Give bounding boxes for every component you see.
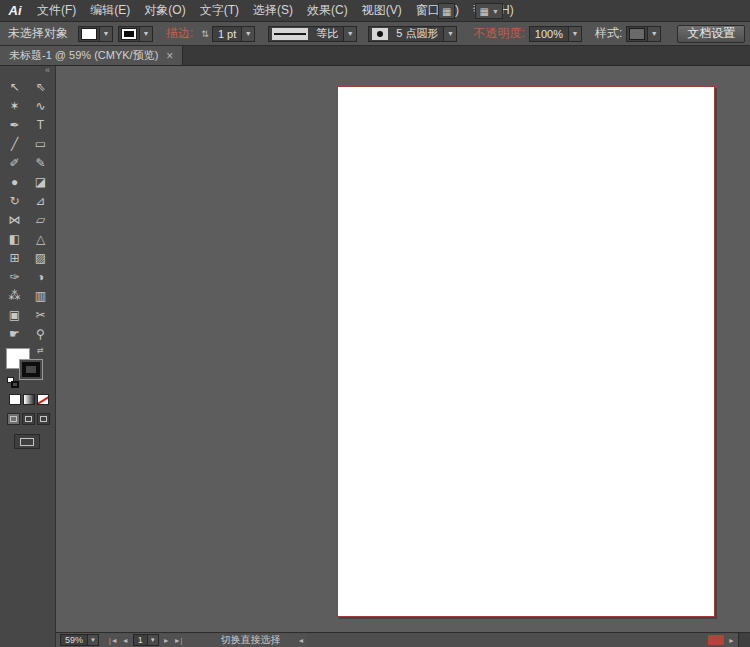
pencil-tool[interactable]: ✎ — [29, 153, 53, 172]
chevron-down-icon[interactable]: ▼ — [443, 27, 456, 41]
draw-behind-button[interactable] — [22, 413, 35, 425]
document-tab-strip: 未标题-1 @ 59% (CMYK/预览) × — [0, 46, 750, 66]
menu-item[interactable]: 编辑(E) — [83, 0, 137, 21]
default-fill-stroke-icon[interactable] — [7, 377, 20, 388]
hand-tool[interactable]: ☛ — [3, 324, 27, 343]
swap-fill-stroke-icon[interactable]: ⇄ — [37, 346, 44, 355]
tool-glyph: ✎ — [35, 156, 45, 170]
chevron-down-icon[interactable]: ▼ — [343, 27, 356, 41]
magic-wand-tool[interactable]: ✶ — [3, 96, 27, 115]
lasso-tool[interactable]: ∿ — [29, 96, 53, 115]
horizontal-scrollbar[interactable]: ◄ ► — [294, 633, 750, 647]
eyedropper-tool[interactable]: ✑ — [3, 267, 27, 286]
menu-item[interactable]: 效果(C) — [300, 0, 355, 21]
screen-mode-button[interactable] — [14, 434, 40, 449]
stroke-weight-stepper-icon[interactable]: ⇅ — [201, 29, 209, 39]
document-setup-button[interactable]: 文档设置 — [677, 25, 745, 43]
chevron-down-icon[interactable]: ▼ — [87, 635, 98, 645]
gradient-button[interactable] — [23, 394, 35, 405]
stroke-panel-link[interactable]: 描边: — [166, 25, 193, 42]
menu-item[interactable]: 视图(V) — [355, 0, 409, 21]
opacity-combo[interactable]: 100% ▼ — [529, 26, 582, 42]
none-button[interactable] — [37, 394, 49, 405]
blend-tool[interactable]: ◑ — [29, 267, 53, 286]
opacity-value: 100% — [530, 28, 568, 40]
tool-grid: ↖ ⇖ ✶ ∿ ✒ T — [0, 76, 55, 343]
zoom-tool[interactable]: ⚲ — [29, 324, 53, 343]
chevron-down-icon[interactable]: ▼ — [147, 635, 158, 645]
paintbrush-tool[interactable]: ✐ — [3, 153, 27, 172]
chevron-down-icon[interactable]: ▼ — [139, 27, 152, 41]
brush-definition-combo[interactable]: 5 点圆形 ▼ — [368, 26, 457, 42]
collapse-panel-icon[interactable]: « — [0, 66, 55, 76]
rotate-tool[interactable]: ↻ — [3, 191, 27, 210]
pen-tool[interactable]: ✒ — [3, 115, 27, 134]
last-artboard-icon[interactable]: ►| — [174, 637, 183, 644]
chevron-down-icon[interactable]: ▼ — [241, 27, 254, 41]
brush-name: 5 点圆形 — [391, 26, 443, 41]
arrange-documents-icon[interactable]: ▦ — [438, 3, 455, 19]
selection-tool[interactable]: ↖ — [3, 77, 27, 96]
tool-glyph: ⇖ — [35, 80, 45, 94]
draw-inside-button[interactable] — [37, 413, 50, 425]
zoom-combo[interactable]: 59% ▼ — [60, 634, 99, 646]
free-transform-tool[interactable]: ▱ — [29, 210, 53, 229]
tool-glyph: ╱ — [11, 137, 18, 151]
direct-selection-tool[interactable]: ⇖ — [29, 77, 53, 96]
tool-glyph: ▭ — [35, 137, 46, 151]
stroke-color-combo[interactable]: ▼ — [118, 26, 153, 42]
line-segment-tool[interactable]: ╱ — [3, 134, 27, 153]
menu-item[interactable]: 文字(T) — [193, 0, 246, 21]
tool-glyph: ▣ — [9, 308, 20, 322]
document-tab[interactable]: 未标题-1 @ 59% (CMYK/预览) × — [0, 46, 183, 65]
tool-glyph: ◧ — [9, 232, 20, 246]
menu-item[interactable]: 对象(O) — [137, 0, 192, 21]
artboard-tool[interactable]: ▣ — [3, 305, 27, 324]
tool-glyph: ∿ — [35, 99, 45, 113]
draw-inside-icon — [40, 416, 47, 422]
artboard-number-combo[interactable]: 1 ▼ — [133, 634, 159, 646]
menu-item[interactable]: 文件(F) — [30, 0, 83, 21]
draw-normal-button[interactable] — [7, 413, 20, 425]
next-artboard-icon[interactable]: ► — [163, 637, 170, 644]
graphic-style-combo[interactable]: ▼ — [626, 26, 661, 42]
width-profile-combo[interactable]: 等比 ▼ — [268, 26, 357, 42]
scroll-left-icon[interactable]: ◄ — [294, 637, 307, 644]
blob-brush-tool[interactable]: ● — [3, 172, 27, 191]
canvas-area[interactable] — [56, 66, 750, 632]
slice-tool[interactable]: ✂ — [29, 305, 53, 324]
opacity-panel-link[interactable]: 不透明度: — [473, 25, 524, 42]
symbol-sprayer-tool[interactable]: ⁂ — [3, 286, 27, 305]
column-graph-tool[interactable]: ▥ — [29, 286, 53, 305]
rectangle-tool[interactable]: ▭ — [29, 134, 53, 153]
eraser-tool[interactable]: ◪ — [29, 172, 53, 191]
first-artboard-icon[interactable]: |◄ — [109, 637, 118, 644]
gradient-tool[interactable]: ▨ — [29, 248, 53, 267]
previous-artboard-icon[interactable]: ◄ — [122, 637, 129, 644]
shape-builder-tool[interactable]: ◧ — [3, 229, 27, 248]
scrollbar-track[interactable] — [307, 633, 725, 647]
stroke-weight-combo[interactable]: 1 pt ▼ — [212, 26, 255, 42]
fill-color-combo[interactable]: ▼ — [78, 26, 113, 42]
artboard[interactable] — [337, 86, 715, 617]
stroke-swatch[interactable] — [19, 359, 43, 380]
width-tool[interactable]: ⋈ — [3, 210, 27, 229]
scale-tool[interactable]: ⊿ — [29, 191, 53, 210]
chevron-down-icon[interactable]: ▼ — [647, 27, 660, 41]
chevron-down-icon[interactable]: ▼ — [99, 27, 112, 41]
draw-normal-icon — [10, 416, 17, 422]
selection-status-label: 未选择对象 — [8, 25, 68, 42]
mesh-tool[interactable]: ⊞ — [3, 248, 27, 267]
artboard-navigation: |◄ ◄ 1 ▼ ► ►| — [109, 634, 182, 646]
scroll-right-icon[interactable]: ► — [725, 637, 738, 644]
type-tool[interactable]: T — [29, 115, 53, 134]
chevron-down-icon[interactable]: ▼ — [568, 27, 581, 41]
color-button[interactable] — [9, 394, 21, 405]
perspective-grid-tool[interactable]: △ — [29, 229, 53, 248]
statusbar-corner — [738, 633, 750, 647]
width-profile-preview — [272, 28, 308, 40]
workspace-switcher[interactable]: ▦ ▼ — [475, 3, 502, 19]
menu-item[interactable]: 选择(S) — [246, 0, 300, 21]
scrollbar-thumb[interactable] — [708, 635, 724, 645]
close-tab-icon[interactable]: × — [166, 50, 173, 62]
